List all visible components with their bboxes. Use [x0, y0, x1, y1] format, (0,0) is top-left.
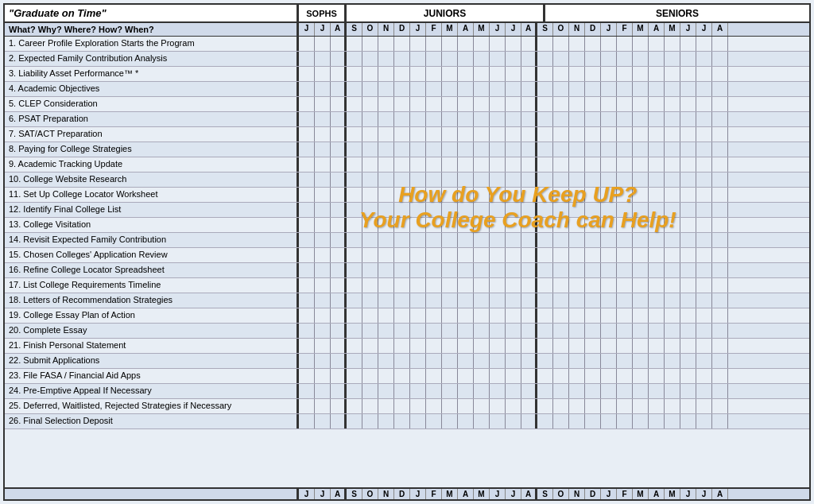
juniors-cell	[506, 203, 521, 217]
seniors-cell	[633, 37, 649, 51]
sophs-cell	[331, 293, 347, 308]
seniors-cell	[680, 263, 696, 277]
juniors-cell	[362, 173, 378, 187]
juniors-cell	[474, 369, 490, 383]
seniors-cell	[680, 293, 696, 308]
seniors-cell	[712, 263, 728, 277]
seniors-cell	[712, 248, 728, 262]
seniors-cell	[665, 414, 680, 428]
juniors-cell	[442, 248, 458, 262]
juniors-cell	[410, 157, 426, 172]
seniors-cell	[601, 233, 617, 247]
seniors-cell	[553, 354, 569, 368]
sophs-month-j2: J	[315, 23, 331, 36]
juniors-cell	[442, 218, 458, 232]
juniors-cell	[458, 142, 474, 157]
seniors-cell	[696, 399, 712, 413]
juniors-cell	[506, 293, 521, 308]
juniors-cell	[378, 324, 394, 338]
juniors-cell	[394, 414, 410, 428]
seniors-cell	[569, 293, 585, 308]
juniors-cell	[506, 399, 521, 413]
juniors-cell	[426, 112, 442, 126]
table-row: 25. Deferred, Waitlisted, Rejected Strat…	[5, 399, 809, 414]
juniors-cell	[458, 67, 474, 81]
juniors-cell	[394, 37, 410, 51]
juniors-cell	[426, 233, 442, 247]
seniors-cell	[553, 203, 569, 217]
juniors-cell	[410, 218, 426, 232]
juniors-cell	[410, 37, 426, 51]
juniors-cell	[378, 399, 394, 413]
juniors-cell	[442, 414, 458, 428]
juniors-cell	[362, 142, 378, 157]
juniors-cell	[347, 112, 362, 126]
juniors-cell	[410, 82, 426, 96]
sophs-cell	[299, 399, 315, 413]
sen-a: A	[649, 23, 665, 36]
juniors-cell	[426, 263, 442, 277]
seniors-cell	[585, 324, 601, 338]
seniors-cell	[585, 218, 601, 232]
juniors-cell	[506, 369, 521, 383]
juniors-cell	[378, 369, 394, 383]
seniors-cell	[601, 67, 617, 81]
juniors-cell	[378, 203, 394, 217]
row-label: 11. Set Up College Locator Worksheet	[5, 188, 299, 202]
sophs-cell	[315, 324, 331, 338]
juniors-cell	[442, 97, 458, 111]
juniors-cell	[362, 188, 378, 202]
sophs-cell	[315, 308, 331, 323]
seniors-cell	[696, 97, 712, 111]
seniors-cell	[569, 173, 585, 187]
juniors-cell	[458, 173, 474, 187]
sen-m1: M	[633, 23, 649, 36]
juniors-cell	[521, 308, 537, 323]
juniors-cell	[442, 354, 458, 368]
juniors-cell	[506, 354, 521, 368]
juniors-cell	[474, 52, 490, 66]
seniors-cell	[696, 414, 712, 428]
sophs-cell	[331, 173, 347, 187]
juniors-cell	[474, 218, 490, 232]
juniors-cell	[426, 308, 442, 323]
juniors-cell	[347, 399, 362, 413]
juniors-cell	[490, 339, 506, 353]
seniors-cell	[633, 67, 649, 81]
seniors-cell	[553, 52, 569, 66]
seniors-cell	[569, 263, 585, 277]
jun-o: O	[362, 23, 378, 36]
seniors-cell	[537, 142, 553, 157]
seniors-cell	[665, 37, 680, 51]
seniors-cell	[617, 67, 633, 81]
sophs-cell	[331, 218, 347, 232]
seniors-cell	[537, 127, 553, 142]
juniors-cell	[426, 203, 442, 217]
juniors-cell	[506, 339, 521, 353]
juniors-cell	[474, 263, 490, 277]
table-row: 17. List College Requirements Timeline	[5, 278, 809, 293]
row-label: 17. List College Requirements Timeline	[5, 278, 299, 293]
seniors-cell	[712, 384, 728, 398]
juniors-cell	[362, 233, 378, 247]
seniors-cell	[537, 97, 553, 111]
juniors-cell	[362, 369, 378, 383]
seniors-cell	[617, 278, 633, 293]
sophs-cell	[315, 233, 331, 247]
juniors-cell	[362, 308, 378, 323]
sophs-cell	[299, 67, 315, 81]
sophs-cell	[299, 142, 315, 157]
seniors-cell	[569, 324, 585, 338]
sophs-cell	[315, 293, 331, 308]
table-row: 8. Paying for College Strategies	[5, 142, 809, 157]
sophs-cell	[315, 369, 331, 383]
seniors-cell	[712, 218, 728, 232]
row-label: 10. College Website Research	[5, 173, 299, 187]
seniors-cell	[665, 112, 680, 126]
seniors-cell	[569, 52, 585, 66]
seniors-cell	[553, 67, 569, 81]
seniors-cell	[696, 157, 712, 172]
f-sen-d: D	[585, 489, 601, 499]
seniors-cell	[537, 233, 553, 247]
juniors-cell	[521, 52, 537, 66]
